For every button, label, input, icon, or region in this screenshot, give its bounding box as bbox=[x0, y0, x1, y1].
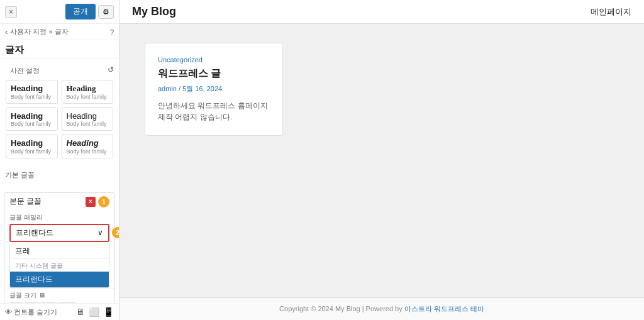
card-category: Uncategorized bbox=[158, 56, 270, 63]
preset-heading-3: Heading bbox=[67, 111, 109, 121]
refresh-icon[interactable]: ↺ bbox=[108, 65, 114, 74]
dropdown-item-selected[interactable]: 프리랜다드 bbox=[10, 272, 109, 287]
preset-heading-5: Heading bbox=[67, 138, 109, 148]
panel-toggle-label: 컨트롤 숨기기 bbox=[14, 307, 57, 317]
card-title: 워드프레스 글 bbox=[158, 67, 270, 80]
preset-item-4[interactable]: Heading Body font family bbox=[6, 135, 58, 158]
monitor-icon: 🖥 bbox=[39, 292, 45, 299]
main-header: My Blog 메인페이지 bbox=[119, 0, 644, 24]
breadcrumb-bar: ‹ 사용자 지정 » 글자 ? bbox=[0, 24, 119, 40]
body-font-section: 본문 글꼴 × 1 글꼴 패밀리 프리랜다드 ∨ 2 기타 시스템 글꼴 프리랜… bbox=[4, 192, 115, 320]
left-panel: × 공개 ⚙ ‹ 사용자 지정 » 글자 ? 글자 사전 설정 ↺ Headin… bbox=[0, 0, 119, 320]
bottom-bar: 👁 컨트롤 숨기기 🖥 ⬜ 📱 bbox=[0, 303, 119, 320]
preset-body-0: Body font family bbox=[11, 94, 53, 100]
card-excerpt: 안녕하세요 워드프레스 홈페이지 제작 어렵지 않습니다. bbox=[158, 100, 270, 123]
preset-grid: Heading Body font family Heading Body fo… bbox=[0, 78, 119, 160]
base-font-label: 기본 글꼴 bbox=[0, 168, 119, 182]
help-icon[interactable]: ? bbox=[110, 28, 114, 36]
preset-body-1: Body font family bbox=[67, 94, 109, 100]
preset-body-4: Body font family bbox=[11, 148, 53, 155]
font-search-input[interactable] bbox=[10, 245, 109, 259]
publish-button[interactable]: 공개 bbox=[65, 4, 96, 19]
main-area: My Blog 메인페이지 Uncategorized 워드프레스 글 admi… bbox=[119, 0, 644, 320]
preset-heading-2: Heading bbox=[11, 111, 53, 121]
preset-heading-4: Heading bbox=[11, 138, 53, 148]
gear-button[interactable]: ⚙ bbox=[98, 5, 114, 19]
preset-item-1[interactable]: Heading Body font family bbox=[62, 80, 114, 104]
body-font-header: 본문 글꼴 × 1 bbox=[4, 193, 114, 211]
font-family-dropdown: 기타 시스템 글꼴 프리랜다드 bbox=[9, 245, 109, 288]
main-footer: Copyright © 2024 My Blog | Powered by 아스… bbox=[119, 297, 644, 320]
main-nav-link[interactable]: 메인페이지 bbox=[591, 6, 631, 18]
preset-section-label: 사전 설정 bbox=[5, 62, 45, 77]
mobile-view-icon[interactable]: 📱 bbox=[103, 307, 114, 317]
close-button[interactable]: × bbox=[5, 6, 17, 18]
body-font-header-icons: × 1 bbox=[86, 196, 109, 207]
preset-item-2[interactable]: Heading Body font family bbox=[6, 108, 58, 131]
preset-item-0[interactable]: Heading Body font family bbox=[6, 80, 58, 104]
panel-toggle[interactable]: 👁 컨트롤 숨기기 bbox=[5, 307, 57, 317]
tablet-view-icon[interactable]: ⬜ bbox=[89, 307, 99, 317]
preset-item-3[interactable]: Heading Body font family bbox=[62, 108, 114, 131]
font-family-select-button[interactable]: 프리랜다드 ∨ 2 bbox=[9, 224, 109, 242]
dropdown-group-label: 기타 시스템 글꼴 bbox=[10, 259, 109, 272]
desktop-view-icon[interactable]: 🖥 bbox=[76, 307, 85, 317]
font-family-label: 글꼴 패밀리 bbox=[9, 213, 109, 222]
footer-text: Copyright © 2024 My Blog | Powered by bbox=[279, 305, 404, 312]
card-meta: admin / 5월 16, 2024 bbox=[158, 84, 270, 94]
eye-icon: 👁 bbox=[5, 308, 12, 316]
preset-item-5[interactable]: Heading Body font family bbox=[62, 135, 114, 158]
body-font-badge: 1 bbox=[98, 196, 109, 207]
body-font-section-label: 본문 글꼴 bbox=[9, 196, 42, 207]
dropdown-arrow-icon: ∨ bbox=[97, 228, 103, 237]
top-bar-left: × bbox=[5, 6, 17, 18]
font-family-area: 글꼴 패밀리 프리랜다드 ∨ 2 bbox=[4, 211, 114, 245]
back-arrow-icon[interactable]: ‹ bbox=[5, 27, 8, 36]
font-size-label: 글꼴 크기 🖥 bbox=[9, 291, 109, 300]
view-icons: 🖥 ⬜ 📱 bbox=[76, 307, 114, 317]
breadcrumb: 사용자 지정 » 글자 bbox=[10, 27, 68, 36]
panel-title: 글자 bbox=[0, 40, 119, 59]
preset-body-3: Body font family bbox=[67, 121, 109, 127]
blog-card: Uncategorized 워드프레스 글 admin / 5월 16, 202… bbox=[145, 43, 283, 136]
top-bar: × 공개 ⚙ bbox=[0, 0, 119, 24]
preset-heading-0: Heading bbox=[11, 84, 53, 94]
preset-body-2: Body font family bbox=[11, 121, 53, 127]
preset-heading-1: Heading bbox=[67, 84, 109, 94]
preset-body-5: Body font family bbox=[67, 148, 109, 155]
footer-link[interactable]: 아스트라 워드프레스 테마 bbox=[404, 305, 484, 312]
main-content: Uncategorized 워드프레스 글 admin / 5월 16, 202… bbox=[119, 24, 644, 297]
site-title: My Blog bbox=[132, 5, 176, 18]
body-font-close-button[interactable]: × bbox=[86, 197, 96, 207]
font-family-badge: 2 bbox=[112, 227, 119, 238]
font-family-value: 프리랜다드 bbox=[16, 228, 53, 238]
